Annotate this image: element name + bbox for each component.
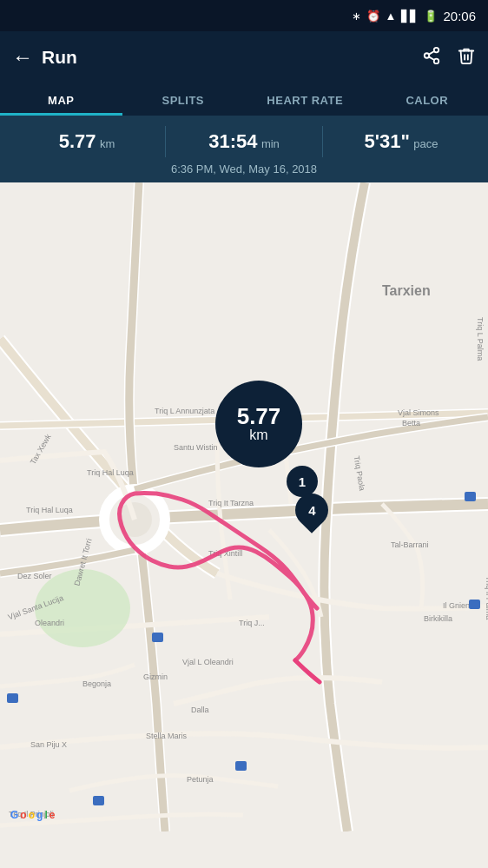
- svg-line-4: [429, 50, 434, 54]
- alarm-icon: ⏰: [366, 10, 380, 23]
- tab-heart-rate[interactable]: HEART RATE: [244, 83, 366, 116]
- bluetooth-icon: ∗: [352, 10, 361, 23]
- top-bar: ← Run: [0, 31, 488, 83]
- tab-map[interactable]: MAP: [0, 83, 122, 116]
- status-icons: ∗ ⏰ ▲ ▋▋ 🔋 20:06: [352, 9, 476, 23]
- route-overlay: [0, 182, 488, 832]
- top-bar-left: ← Run: [12, 45, 77, 70]
- google-attribution: G o o g l e: [10, 809, 55, 821]
- tab-splits[interactable]: SPLITS: [122, 83, 245, 116]
- page-title: Run: [42, 47, 77, 68]
- map-container[interactable]: Tarxien Triq L Annunzjata Santu Wistin T…: [0, 182, 488, 832]
- stats-row: 5.77 km 31:54 min 5'31" pace: [9, 126, 479, 157]
- top-bar-right: [422, 46, 476, 70]
- marker-1: 1: [287, 466, 318, 497]
- wifi-icon: ▲: [386, 10, 397, 23]
- status-bar: ∗ ⏰ ▲ ▋▋ 🔋 20:06: [0, 0, 488, 31]
- stat-pace: 5'31" pace: [323, 130, 479, 153]
- svg-line-3: [429, 56, 434, 60]
- status-time: 20:06: [443, 9, 476, 23]
- stats-bar: 5.77 km 31:54 min 5'31" pace 6:36 PM, We…: [0, 116, 488, 182]
- stat-distance: 5.77 km: [9, 130, 165, 153]
- battery-icon: 🔋: [424, 10, 438, 23]
- share-icon[interactable]: [422, 46, 441, 70]
- distance-bubble: 5.77 km: [215, 381, 302, 467]
- signal-icon: ▋▋: [401, 10, 419, 23]
- back-button[interactable]: ←: [12, 45, 33, 70]
- tab-calories[interactable]: CALOR: [366, 83, 489, 116]
- delete-icon[interactable]: [457, 46, 476, 70]
- stat-date: 6:36 PM, Wed, May 16, 2018: [9, 162, 479, 176]
- tabs: MAP SPLITS HEART RATE CALOR: [0, 83, 488, 116]
- stat-duration: 31:54 min: [166, 130, 322, 153]
